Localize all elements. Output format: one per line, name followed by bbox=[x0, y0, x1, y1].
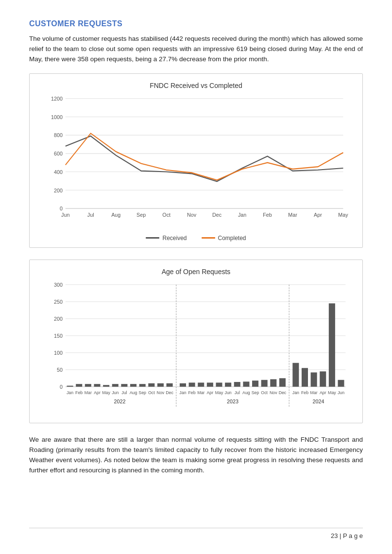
svg-text:Aug: Aug bbox=[242, 390, 250, 395]
footer-page-number: 23 | P a g e bbox=[331, 532, 363, 539]
svg-rect-62 bbox=[252, 381, 258, 387]
svg-text:Mar: Mar bbox=[288, 211, 297, 218]
svg-rect-54 bbox=[180, 383, 186, 387]
svg-text:Oct: Oct bbox=[148, 390, 155, 395]
svg-rect-43 bbox=[76, 384, 82, 387]
svg-rect-71 bbox=[338, 380, 344, 387]
received-legend-line bbox=[146, 237, 159, 239]
svg-text:Dec: Dec bbox=[279, 390, 287, 395]
received-legend-label: Received bbox=[162, 235, 187, 242]
svg-rect-69 bbox=[320, 371, 326, 387]
svg-text:Sep: Sep bbox=[136, 211, 146, 218]
svg-text:Apr: Apr bbox=[314, 211, 322, 218]
svg-text:Mar: Mar bbox=[197, 390, 205, 395]
svg-rect-53 bbox=[167, 383, 173, 387]
svg-text:Oct: Oct bbox=[162, 211, 171, 218]
chart2-area: 050100150200250300JanFebMarAprMayJunJulA… bbox=[39, 279, 353, 417]
section-body: The volume of customer requests has stab… bbox=[29, 34, 363, 65]
svg-text:600: 600 bbox=[54, 150, 63, 156]
svg-rect-70 bbox=[329, 303, 335, 387]
svg-text:May: May bbox=[102, 390, 110, 395]
svg-text:50: 50 bbox=[57, 366, 63, 373]
svg-rect-50 bbox=[139, 384, 146, 387]
svg-text:Apr: Apr bbox=[94, 390, 101, 395]
svg-text:200: 200 bbox=[54, 315, 63, 322]
svg-rect-42 bbox=[67, 385, 73, 386]
svg-text:2024: 2024 bbox=[312, 398, 324, 405]
svg-rect-64 bbox=[270, 379, 276, 386]
svg-rect-45 bbox=[94, 384, 100, 387]
completed-legend-line bbox=[202, 237, 215, 239]
chart1-legend: Received Completed bbox=[39, 235, 353, 242]
svg-text:Feb: Feb bbox=[75, 390, 83, 395]
svg-text:Apr: Apr bbox=[320, 390, 326, 395]
svg-text:0: 0 bbox=[60, 206, 63, 212]
svg-text:Jun: Jun bbox=[112, 390, 119, 395]
svg-text:Nov: Nov bbox=[187, 211, 196, 218]
svg-text:2023: 2023 bbox=[227, 398, 239, 405]
chart2-container: Age of Open Requests 050100150200250300J… bbox=[29, 260, 363, 423]
svg-text:Jul: Jul bbox=[87, 211, 94, 218]
svg-text:Aug: Aug bbox=[111, 211, 120, 218]
svg-text:Jan: Jan bbox=[292, 390, 299, 395]
svg-text:100: 100 bbox=[54, 349, 63, 356]
svg-text:800: 800 bbox=[54, 132, 63, 138]
svg-text:Jul: Jul bbox=[121, 390, 127, 395]
svg-rect-47 bbox=[112, 384, 119, 387]
svg-text:Jun: Jun bbox=[338, 390, 344, 395]
svg-rect-55 bbox=[189, 382, 195, 386]
svg-text:Feb: Feb bbox=[188, 390, 196, 395]
chart1-area: 020040060080010001200JunJulAugSepOctNovD… bbox=[39, 93, 353, 231]
svg-text:150: 150 bbox=[54, 332, 63, 339]
svg-rect-56 bbox=[198, 382, 204, 386]
svg-text:May: May bbox=[328, 390, 336, 395]
svg-rect-63 bbox=[261, 380, 268, 387]
svg-text:Dec: Dec bbox=[166, 390, 173, 395]
completed-legend-label: Completed bbox=[218, 235, 246, 242]
svg-text:0: 0 bbox=[60, 383, 63, 390]
svg-text:250: 250 bbox=[54, 298, 63, 305]
svg-text:Dec: Dec bbox=[212, 211, 222, 218]
svg-text:2022: 2022 bbox=[114, 398, 126, 405]
svg-text:Mar: Mar bbox=[310, 390, 318, 395]
svg-rect-68 bbox=[311, 372, 317, 386]
svg-text:Jan: Jan bbox=[179, 390, 186, 395]
chart1-title: FNDC Received vs Completed bbox=[39, 82, 353, 89]
svg-text:Feb: Feb bbox=[263, 211, 272, 218]
svg-rect-52 bbox=[157, 383, 164, 387]
svg-rect-60 bbox=[234, 382, 240, 387]
svg-text:200: 200 bbox=[54, 187, 63, 193]
svg-rect-49 bbox=[130, 384, 136, 387]
svg-text:300: 300 bbox=[54, 281, 63, 288]
svg-rect-65 bbox=[279, 378, 286, 387]
svg-text:Jun: Jun bbox=[225, 390, 232, 395]
svg-rect-46 bbox=[103, 385, 109, 387]
page-footer: 23 | P a g e bbox=[29, 528, 363, 539]
closing-text: We are aware that there are still a larg… bbox=[29, 435, 363, 476]
svg-text:Mar: Mar bbox=[85, 390, 92, 395]
svg-text:Sep: Sep bbox=[252, 390, 259, 395]
svg-text:400: 400 bbox=[54, 169, 63, 175]
svg-rect-59 bbox=[225, 382, 231, 386]
svg-rect-44 bbox=[85, 384, 91, 387]
svg-text:Oct: Oct bbox=[261, 390, 268, 395]
svg-text:Jul: Jul bbox=[235, 390, 240, 395]
svg-rect-48 bbox=[121, 384, 127, 387]
svg-rect-66 bbox=[292, 363, 299, 387]
svg-text:1200: 1200 bbox=[51, 95, 63, 102]
svg-text:Nov: Nov bbox=[157, 390, 165, 395]
section-title: CUSTOMER REQUESTS bbox=[29, 19, 363, 28]
legend-completed: Completed bbox=[202, 235, 246, 242]
svg-rect-51 bbox=[148, 383, 154, 387]
svg-text:Apr: Apr bbox=[207, 390, 214, 395]
svg-text:Sep: Sep bbox=[138, 390, 146, 395]
legend-received: Received bbox=[146, 235, 187, 242]
svg-text:Feb: Feb bbox=[301, 390, 308, 395]
svg-text:Jan: Jan bbox=[238, 211, 246, 218]
svg-rect-61 bbox=[243, 381, 249, 387]
chart2-title: Age of Open Requests bbox=[39, 268, 353, 276]
svg-rect-58 bbox=[216, 382, 222, 386]
svg-text:Nov: Nov bbox=[270, 390, 277, 395]
svg-text:May: May bbox=[215, 390, 223, 395]
chart1-container: FNDC Received vs Completed 0200400600800… bbox=[29, 73, 363, 248]
